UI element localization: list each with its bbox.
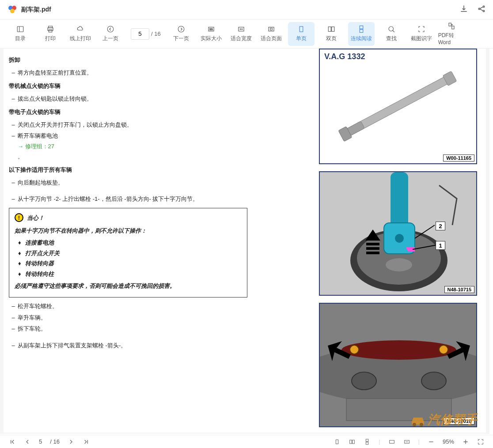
svg-point-3 <box>478 8 480 9</box>
figure-1-title: V.A.G 1332 <box>324 52 365 61</box>
universal-joint-icon <box>320 172 477 296</box>
figure-torque-wrench: V.A.G 1332 W00-11165 <box>319 49 477 164</box>
svg-rect-20 <box>360 26 363 29</box>
svg-rect-16 <box>270 28 272 30</box>
prev-page-button-sb[interactable] <box>24 438 31 445</box>
figure-universal-joint: 2 1 N48-10715 <box>319 171 477 296</box>
fit-width-button[interactable]: 适合宽度 <box>228 22 254 46</box>
svg-rect-37 <box>366 243 379 245</box>
figure-exhaust-bracket: M40-10010 <box>319 303 477 427</box>
svg-rect-55 <box>350 440 352 444</box>
share-icon[interactable] <box>477 4 486 15</box>
find-button[interactable]: 查找 <box>378 22 405 46</box>
svg-rect-54 <box>336 440 338 444</box>
svg-rect-6 <box>17 26 23 32</box>
repair-group-link[interactable]: → 修理组：27 <box>18 143 54 150</box>
svg-rect-38 <box>366 247 379 250</box>
svg-point-2 <box>10 9 15 13</box>
text-column: 拆卸 –将方向盘转至正前打直位置。 带机械点火锁的车辆 –拔出点火钥匙以锁止转向… <box>9 55 247 350</box>
svg-rect-58 <box>366 442 368 444</box>
svg-point-11 <box>178 26 184 32</box>
statusbar: 5 / 16 | | 95% <box>0 435 493 448</box>
zoom-in-button[interactable] <box>462 438 469 445</box>
figure-2-label: N48-10715 <box>444 286 474 293</box>
svg-rect-57 <box>366 439 368 441</box>
svg-rect-33 <box>391 172 408 230</box>
actual-size-button[interactable]: 1:1实际大小 <box>198 22 224 46</box>
svg-rect-39 <box>366 252 379 254</box>
toolbar: 目录 打印 线上打印 上一页 / 16 下一页 1:1实际大小 适合宽度 适合页… <box>0 19 493 49</box>
svg-point-53 <box>420 423 423 426</box>
watermark: 汽修帮手 <box>410 411 477 428</box>
heading-mech-lock: 带机械点火锁的车辆 <box>9 81 247 91</box>
fullscreen-button[interactable] <box>477 438 484 445</box>
page-indicator: / 16 <box>131 28 161 40</box>
document-viewport[interactable]: 拆卸 –将方向盘转至正前打直位置。 带机械点火锁的车辆 –拔出点火钥匙以锁止转向… <box>0 49 489 434</box>
svg-text:1:1: 1:1 <box>209 28 212 30</box>
svg-rect-56 <box>353 440 355 444</box>
svg-rect-18 <box>328 27 331 32</box>
heading-elec-lock: 带电子点火锁的车辆 <box>9 107 247 117</box>
svg-rect-19 <box>331 27 334 32</box>
last-page-button[interactable] <box>83 438 90 445</box>
sb-double-icon[interactable] <box>349 438 356 445</box>
svg-point-49 <box>352 372 376 390</box>
svg-point-4 <box>483 6 484 7</box>
page-total: / 16 <box>151 30 161 37</box>
heading-remove: 拆卸 <box>9 55 247 65</box>
svg-rect-23 <box>449 23 451 26</box>
toc-button[interactable]: 目录 <box>7 22 34 46</box>
next-page-button[interactable]: 下一页 <box>168 22 194 46</box>
pdf-page: 拆卸 –将方向盘转至正前打直位置。 带机械点火锁的车辆 –拔出点火钥匙以锁止转向… <box>4 49 486 433</box>
page-number-input[interactable] <box>131 28 149 40</box>
sb-continuous-icon[interactable] <box>364 438 371 445</box>
caution-box: !当心！ 如果十字万向节不在转向器中，则不允许以下操作： 连接蓄电池 打开点火开… <box>9 208 247 298</box>
single-page-button[interactable]: 单页 <box>288 22 315 46</box>
print-button[interactable]: 打印 <box>37 22 64 46</box>
sb-single-icon[interactable] <box>334 438 341 445</box>
to-word-button[interactable]: PDF转Word <box>438 22 465 46</box>
svg-point-22 <box>389 26 394 31</box>
online-print-button[interactable]: 线上打印 <box>67 22 94 46</box>
ocr-button[interactable]: 截图识字 <box>408 22 435 46</box>
svg-point-50 <box>421 372 446 390</box>
svg-rect-59 <box>389 440 394 443</box>
watermark-car-icon <box>410 413 426 426</box>
torque-wrench-icon <box>327 67 469 146</box>
prev-page-button[interactable]: 上一页 <box>97 22 124 46</box>
svg-rect-21 <box>360 30 363 33</box>
callout-2: 2 <box>436 222 445 230</box>
callout-1: 1 <box>436 241 445 250</box>
svg-rect-9 <box>49 30 52 32</box>
download-icon[interactable] <box>459 4 468 15</box>
svg-point-5 <box>483 10 484 11</box>
continuous-button[interactable]: 连续阅读 <box>348 22 375 46</box>
svg-rect-24 <box>451 26 454 29</box>
file-name: 副车架.pdf <box>21 6 459 14</box>
svg-point-45 <box>350 345 359 354</box>
status-page: 5 <box>39 438 42 445</box>
titlebar: 副车架.pdf <box>0 0 493 19</box>
fit-page-button[interactable]: 适合页面 <box>258 22 284 46</box>
svg-point-32 <box>386 258 412 271</box>
svg-point-46 <box>439 345 448 354</box>
zoom-out-button[interactable] <box>428 438 435 445</box>
first-page-button[interactable] <box>9 438 16 445</box>
double-page-button[interactable]: 双页 <box>318 22 345 46</box>
sb-actual-icon[interactable] <box>388 438 395 445</box>
figure-1-label: W00-11165 <box>443 154 474 162</box>
svg-rect-15 <box>269 27 274 31</box>
next-page-button-sb[interactable] <box>68 438 75 445</box>
app-logo-icon <box>7 4 18 15</box>
svg-point-10 <box>107 26 114 32</box>
svg-rect-17 <box>300 26 303 32</box>
heading-all-vehicles: 以下操作适用于所有车辆 <box>9 165 247 175</box>
sb-fitwidth-icon[interactable] <box>403 438 410 445</box>
subframe-icon <box>320 304 477 427</box>
caution-icon: ! <box>15 213 23 222</box>
svg-point-52 <box>413 423 416 426</box>
zoom-level: 95% <box>443 438 454 445</box>
status-page-sep: / 16 <box>50 438 60 445</box>
svg-point-35 <box>395 234 404 243</box>
